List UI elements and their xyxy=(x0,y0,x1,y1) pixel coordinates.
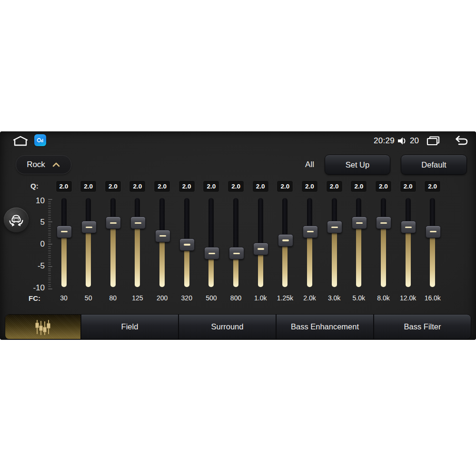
axis-tick xyxy=(48,212,51,213)
band-slider-1.25k[interactable] xyxy=(278,198,292,289)
axis-label-0: 0 xyxy=(22,239,45,249)
q-value-2.0k: 2.0 xyxy=(302,181,317,192)
handle-grip xyxy=(233,253,240,255)
axis-tick xyxy=(48,246,51,247)
slider-handle-30[interactable] xyxy=(57,226,72,238)
head-unit-screen: 20:29 20 Rock All Set Up Default Q: FC: xyxy=(0,131,476,340)
q-value-1.25k: 2.0 xyxy=(277,181,293,192)
slider-fill-1.25k xyxy=(282,240,288,287)
q-value-125: 2.0 xyxy=(129,181,145,192)
slider-handle-500[interactable] xyxy=(204,247,219,259)
handle-grip xyxy=(380,222,387,224)
handle-grip xyxy=(258,248,264,250)
slider-handle-320[interactable] xyxy=(179,238,195,251)
band-slider-12.0k[interactable] xyxy=(401,198,415,289)
q-value-16.0k: 2.0 xyxy=(425,181,440,192)
tab-surround[interactable]: Surround xyxy=(178,315,276,339)
band-slider-3.0k[interactable] xyxy=(327,198,341,289)
band-slider-800[interactable] xyxy=(229,198,243,289)
volume-icon xyxy=(397,136,408,146)
q-value-12.0k: 2.0 xyxy=(400,181,416,192)
axis-tick xyxy=(48,250,51,251)
slider-handle-80[interactable] xyxy=(106,217,121,229)
axis-tick xyxy=(48,273,51,274)
back-icon[interactable] xyxy=(453,135,468,147)
band-slider-2.0k[interactable] xyxy=(303,198,317,289)
q-value-200: 2.0 xyxy=(154,181,170,192)
slider-handle-8.0k[interactable] xyxy=(376,217,391,229)
handle-grip xyxy=(307,231,314,233)
axis-tick xyxy=(48,248,51,249)
fc-label-1.0k: 1.0k xyxy=(250,294,271,302)
fc-label-8.0k: 8.0k xyxy=(373,294,394,302)
slider-fill-8.0k xyxy=(381,222,386,287)
axis-tick xyxy=(48,253,51,254)
slider-handle-800[interactable] xyxy=(229,247,244,259)
slider-handle-12.0k[interactable] xyxy=(401,221,416,233)
band-slider-500[interactable] xyxy=(204,198,218,289)
band-slider-30[interactable] xyxy=(57,198,71,289)
band-slider-80[interactable] xyxy=(106,198,120,289)
band-slider-1.0k[interactable] xyxy=(253,198,268,289)
slider-handle-1.25k[interactable] xyxy=(278,234,293,247)
handle-grip xyxy=(61,231,68,233)
band-slider-200[interactable] xyxy=(155,198,169,289)
axis-tick xyxy=(48,288,52,289)
axis-label-5: 5 xyxy=(22,218,45,227)
recent-apps-icon[interactable] xyxy=(426,135,441,147)
axis-tick xyxy=(48,201,51,202)
band-slider-125[interactable] xyxy=(130,198,145,289)
band-slider-5.0k[interactable] xyxy=(352,198,366,289)
q-value-30: 2.0 xyxy=(56,181,72,192)
equalizer-app-icon[interactable] xyxy=(34,134,46,146)
preset-dropdown[interactable]: Rock xyxy=(16,155,71,174)
setup-button[interactable]: Set Up xyxy=(325,155,390,175)
handle-grip xyxy=(405,227,412,228)
clock: 20:29 xyxy=(374,136,395,146)
slider-handle-1.0k[interactable] xyxy=(253,243,268,255)
slider-handle-16.0k[interactable] xyxy=(426,226,441,238)
q-value-3.0k: 2.0 xyxy=(327,181,342,192)
handle-grip xyxy=(356,222,363,224)
q-value-320: 2.0 xyxy=(179,181,195,192)
fc-label-320: 320 xyxy=(176,294,197,302)
axis-label--10: -10 xyxy=(22,283,45,293)
axis-tick xyxy=(48,241,51,242)
band-slider-320[interactable] xyxy=(179,198,194,289)
slider-handle-125[interactable] xyxy=(130,217,146,229)
axis-tick xyxy=(48,206,51,207)
axis-tick xyxy=(48,230,51,231)
tab-equalizer[interactable] xyxy=(5,315,80,339)
slider-handle-50[interactable] xyxy=(81,221,97,233)
axis-label--5: -5 xyxy=(22,261,45,271)
slider-fill-16.0k xyxy=(430,231,435,287)
axis-tick xyxy=(48,224,51,225)
bottom-tab-bar: FieldSurroundBass EnhancementBass Filter xyxy=(5,314,471,339)
fc-label-800: 800 xyxy=(226,294,247,302)
slider-fill-12.0k xyxy=(406,227,411,287)
all-toggle[interactable]: All xyxy=(305,160,314,169)
band-slider-8.0k[interactable] xyxy=(376,198,390,289)
slider-handle-200[interactable] xyxy=(155,230,170,242)
slider-handle-3.0k[interactable] xyxy=(327,221,342,233)
tab-bass-filter[interactable]: Bass Filter xyxy=(373,315,471,339)
axis-tick xyxy=(48,259,51,260)
home-icon[interactable] xyxy=(11,135,30,147)
axis-tick xyxy=(48,217,51,218)
band-slider-50[interactable] xyxy=(81,198,96,289)
slider-handle-5.0k[interactable] xyxy=(352,217,367,229)
band-slider-16.0k[interactable] xyxy=(426,198,440,289)
slider-fill-2.0k xyxy=(307,231,312,287)
tab-label-bass-enhancement: Bass Enhancement xyxy=(291,322,359,331)
fc-label-1.25k: 1.25k xyxy=(275,294,296,302)
axis-tick xyxy=(48,286,51,287)
fc-label-200: 200 xyxy=(152,294,173,302)
tab-field[interactable]: Field xyxy=(80,315,178,339)
slider-handle-2.0k[interactable] xyxy=(303,226,318,238)
default-button[interactable]: Default xyxy=(401,155,467,175)
fc-label-125: 125 xyxy=(127,294,148,302)
axis-tick xyxy=(48,284,51,285)
q-value-50: 2.0 xyxy=(80,181,96,192)
tab-bass-enhancement[interactable]: Bass Enhancement xyxy=(276,315,373,339)
handle-grip xyxy=(331,227,338,228)
